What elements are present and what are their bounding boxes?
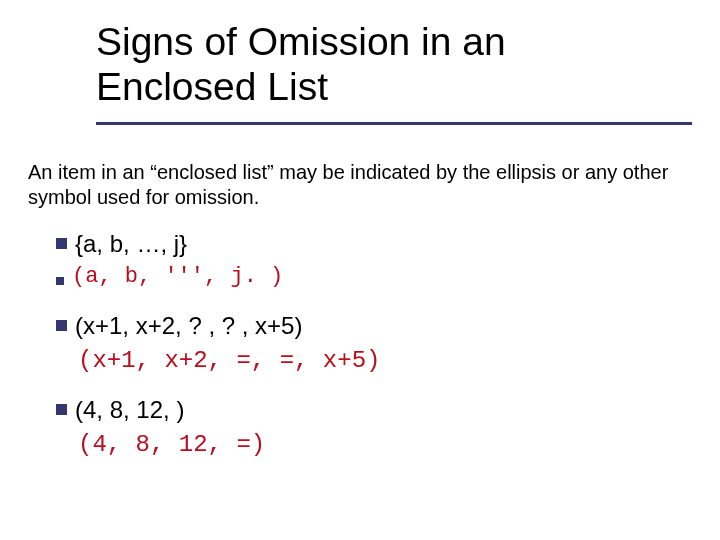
example-1-code-row: (a, b, ''', j. ): [56, 263, 676, 292]
example-2-code: (x+1, x+2, =, =, x+5): [78, 345, 676, 376]
example-3-text: (4, 8, 12, ): [75, 394, 184, 425]
example-1-text: {a, b, …, j}: [75, 228, 187, 259]
example-2-code-row: (x+1, x+2, =, =, x+5): [56, 345, 676, 376]
slide-title: Signs of Omission in an Enclosed List: [96, 20, 676, 110]
example-2-text: (x+1, x+2, ? , ? , x+5): [75, 310, 302, 341]
bullet-icon: [56, 404, 67, 415]
title-block: Signs of Omission in an Enclosed List: [96, 20, 676, 110]
title-underline: [96, 122, 692, 125]
example-3-code-row: (4, 8, 12, =): [56, 429, 676, 460]
bullet-icon: [56, 320, 67, 331]
example-2-text-row: (x+1, x+2, ? , ? , x+5): [56, 310, 676, 341]
example-1-text-row: {a, b, …, j}: [56, 228, 676, 259]
intro-paragraph: An item in an “enclosed list” may be ind…: [28, 160, 698, 210]
examples-list: {a, b, …, j} (a, b, ''', j. ) (x+1, x+2,…: [56, 228, 676, 461]
example-1-code: (a, b, ''', j. ): [72, 263, 283, 292]
example-3-text-row: (4, 8, 12, ): [56, 394, 676, 425]
example-3-code: (4, 8, 12, =): [78, 429, 676, 460]
bullet-icon: [56, 277, 64, 285]
bullet-icon: [56, 238, 67, 249]
slide: Signs of Omission in an Enclosed List An…: [0, 0, 720, 540]
